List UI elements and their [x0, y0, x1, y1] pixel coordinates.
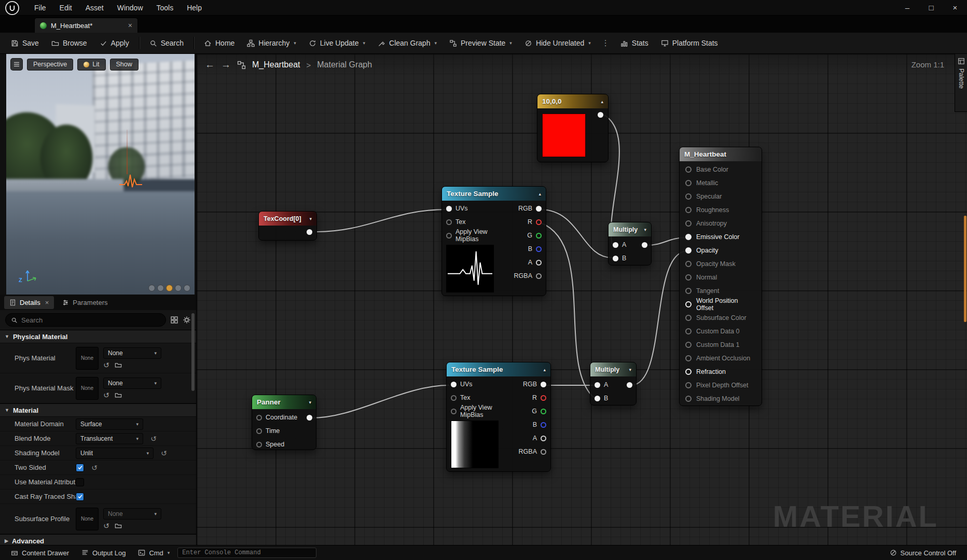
clean-graph-button[interactable]: Clean Graph ▾	[372, 35, 443, 51]
result-pin-custom-data-0[interactable]: Custom Data 0	[680, 325, 762, 338]
preview-shape-sphere-button[interactable]	[157, 285, 164, 291]
output-pin-b[interactable]: B	[506, 418, 550, 431]
input-pin-uvs[interactable]: UVs	[442, 202, 501, 215]
use-selected-asset-icon[interactable]: ↺	[103, 391, 109, 399]
result-pin-opacity-mask[interactable]: Opacity Mask	[680, 257, 762, 271]
live-update-button[interactable]: Live Update ▾	[303, 35, 371, 51]
browse-to-asset-icon[interactable]	[115, 361, 122, 369]
pin-circle[interactable]	[536, 260, 542, 265]
collapse-node-icon[interactable]: ▴	[601, 99, 603, 104]
output-pin-rgba[interactable]: RGBA	[501, 269, 546, 283]
use-material-attributes-checkbox[interactable]	[76, 478, 84, 486]
result-pin-ambient-occlusion[interactable]: Ambient Occlusion	[680, 352, 762, 365]
console-command-input[interactable]	[177, 548, 316, 558]
pin-circle[interactable]	[595, 396, 600, 401]
asset-tab-m-heartbeat[interactable]: M_Heartbeat* ×	[34, 18, 138, 33]
use-selected-asset-icon[interactable]: ↺	[103, 361, 109, 369]
menu-edit[interactable]: Edit	[53, 1, 79, 15]
lit-mode-button[interactable]: Lit	[77, 59, 105, 71]
pin-circle[interactable]	[613, 242, 618, 248]
preview-shape-cylinder-button[interactable]	[148, 285, 155, 291]
chevron-down-icon[interactable]: ▾	[644, 227, 646, 232]
source-control-button[interactable]: Source Control Off	[885, 547, 961, 559]
result-pin-opacity[interactable]: Opacity	[680, 244, 762, 257]
hierarchy-button[interactable]: Hierarchy ▾	[241, 35, 301, 51]
menu-window[interactable]: Window	[110, 1, 150, 15]
texcoord-output-pin[interactable]	[307, 229, 312, 235]
pin-circle[interactable]	[536, 219, 542, 225]
result-pin-emissive-color[interactable]: Emissive Color	[680, 230, 762, 244]
browse-to-asset-icon[interactable]	[115, 522, 122, 529]
pin-circle[interactable]	[536, 246, 542, 252]
tab-close-icon[interactable]: ×	[128, 21, 132, 30]
node-multiply-top[interactable]: Multiply ▾ A B	[608, 222, 652, 265]
input-pin-time[interactable]: Time	[252, 424, 316, 438]
content-drawer-button[interactable]: Content Drawer	[6, 547, 74, 559]
input-pin-tex[interactable]: Tex	[447, 391, 506, 404]
output-pin-g[interactable]: G	[506, 404, 550, 418]
result-pin-normal[interactable]: Normal	[680, 271, 762, 284]
input-pin-apply-view-mipbias[interactable]: Apply View MipBias	[442, 229, 501, 242]
collapse-node-icon[interactable]: ▴	[543, 367, 546, 372]
section-advanced[interactable]: ▶ Advanced	[0, 534, 196, 545]
blend-mode-dropdown[interactable]: Translucent ▾	[76, 433, 143, 444]
pin-circle[interactable]	[451, 395, 457, 401]
pin-circle[interactable]	[541, 409, 546, 414]
pin-circle[interactable]	[541, 436, 546, 441]
input-pin-b[interactable]: B	[609, 251, 651, 265]
pin-circle[interactable]	[256, 442, 262, 447]
unreal-engine-logo-icon[interactable]	[5, 1, 19, 15]
output-pin-a[interactable]: A	[501, 256, 546, 269]
pin-circle[interactable]	[536, 233, 542, 239]
two-sided-checkbox[interactable]	[76, 464, 84, 472]
input-pin-b[interactable]: B	[590, 391, 636, 405]
input-pin-apply-view-mipbias[interactable]: Apply View MipBias	[447, 404, 506, 418]
node-texture-sample-bottom[interactable]: Texture Sample ▴ UVs Tex Apply View MipB…	[446, 362, 551, 472]
result-pin-base-color[interactable]: Base Color	[680, 163, 762, 176]
output-pin-rgb[interactable]: RGB	[501, 202, 546, 215]
details-search-input[interactable]	[21, 316, 160, 324]
result-pin-pixel-depth-offset[interactable]: Pixel Depth Offset	[680, 379, 762, 392]
output-pin-rgb[interactable]: RGB	[506, 377, 550, 391]
pin-circle[interactable]	[451, 409, 457, 414]
result-pin-anisotropy[interactable]: Anisotropy	[680, 217, 762, 230]
material-domain-dropdown[interactable]: Surface ▾	[76, 418, 143, 430]
display-filter-icon[interactable]	[170, 316, 178, 324]
pin-circle[interactable]	[256, 428, 262, 434]
tab-details[interactable]: Details ×	[4, 296, 54, 309]
output-pin-r[interactable]: R	[506, 391, 550, 404]
shading-model-dropdown[interactable]: Unlit ▾	[76, 447, 154, 459]
subsurface-profile-thumbnail[interactable]: None	[76, 508, 99, 530]
preview-shape-plane-button[interactable]	[166, 285, 173, 291]
browse-to-asset-icon[interactable]	[115, 391, 122, 399]
node-texcoord[interactable]: TexCoord[0] ▾	[258, 211, 317, 241]
menu-help[interactable]: Help	[180, 1, 209, 15]
pin-circle[interactable]	[541, 382, 546, 387]
toolbar-overflow-icon[interactable]: ⋮	[598, 38, 614, 48]
minimize-button[interactable]: –	[895, 0, 919, 15]
output-pin-b[interactable]: B	[501, 242, 546, 256]
cast-ray-traced-shadows-checkbox[interactable]	[76, 493, 84, 501]
section-physical-material[interactable]: ▼ Physical Material	[0, 330, 196, 343]
pin-circle[interactable]	[595, 382, 600, 388]
node-panner[interactable]: Panner ▾ Coordinate Time Speed	[252, 395, 316, 450]
browse-button[interactable]: Browse	[46, 35, 93, 51]
collapse-node-icon[interactable]: ▴	[538, 191, 541, 197]
reset-to-default-icon[interactable]: ↺	[161, 449, 167, 457]
node-constant-10-0-0[interactable]: 10,0,0 ▴	[537, 94, 609, 162]
material-graph-canvas[interactable]: ← → M_Heartbeat > Material Graph Zoom 1:…	[196, 54, 967, 545]
pin-circle[interactable]	[541, 422, 546, 428]
pin-circle[interactable]	[541, 449, 546, 455]
result-pin-world-position-offset[interactable]: World Position Offset	[680, 298, 762, 311]
menu-asset[interactable]: Asset	[79, 1, 110, 15]
maximize-button[interactable]: □	[919, 0, 943, 15]
platform-stats-button[interactable]: Platform Stats	[655, 35, 724, 51]
input-pin-speed[interactable]: Speed	[252, 438, 316, 451]
search-button[interactable]: Search	[144, 35, 189, 51]
constant-output-pin[interactable]	[598, 112, 603, 118]
pin-circle[interactable]	[451, 382, 457, 387]
chevron-down-icon[interactable]: ▾	[309, 216, 312, 221]
result-pin-specular[interactable]: Specular	[680, 190, 762, 203]
palette-tab[interactable]: Palette	[955, 54, 967, 112]
result-pin-metallic[interactable]: Metallic	[680, 176, 762, 190]
